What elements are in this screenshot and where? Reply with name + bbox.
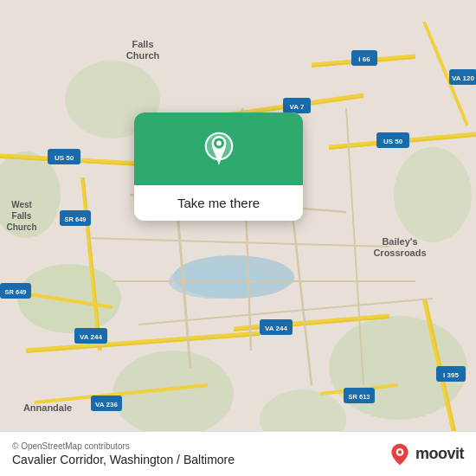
moovit-pin-icon [388, 442, 412, 466]
location-title: Cavalier Corridor, Washington / Baltimor… [12, 453, 235, 466]
location-pin-icon [200, 132, 238, 170]
map-container[interactable]: US 50 US 50 VA 7 I 66 VA 120 SR 649 SR 6… [0, 0, 476, 476]
svg-text:Church: Church [126, 50, 160, 61]
svg-text:I 66: I 66 [358, 55, 370, 63]
svg-text:VA 236: VA 236 [95, 401, 118, 408]
svg-text:SR 649: SR 649 [4, 288, 26, 296]
svg-text:VA 7: VA 7 [290, 103, 305, 111]
moovit-logo[interactable]: moovit [388, 442, 464, 466]
svg-text:Falls: Falls [132, 39, 153, 49]
moovit-text: moovit [415, 445, 464, 463]
svg-text:Falls: Falls [12, 211, 32, 221]
map-svg: US 50 US 50 VA 7 I 66 VA 120 SR 649 SR 6… [0, 0, 476, 476]
svg-text:SR 613: SR 613 [348, 393, 370, 401]
svg-text:VA 244: VA 244 [265, 325, 287, 332]
svg-text:Bailey's: Bailey's [382, 236, 417, 247]
svg-point-76 [398, 450, 402, 453]
bottom-left: © OpenStreetMap contributors Cavalier Co… [12, 441, 235, 466]
svg-text:VA 244: VA 244 [80, 333, 102, 341]
popup-header [134, 113, 303, 185]
popup-card: Take me there [134, 113, 303, 221]
svg-text:I 395: I 395 [443, 371, 459, 379]
svg-point-5 [394, 147, 472, 242]
svg-text:US 50: US 50 [383, 138, 403, 145]
svg-text:Annandale: Annandale [23, 402, 72, 413]
svg-text:Church: Church [7, 222, 37, 232]
svg-point-74 [216, 141, 222, 146]
svg-text:US 50: US 50 [55, 154, 74, 162]
take-me-there-button[interactable]: Take me there [134, 185, 303, 221]
svg-text:SR 649: SR 649 [64, 215, 86, 223]
bottom-bar: © OpenStreetMap contributors Cavalier Co… [0, 431, 476, 476]
svg-text:VA 120: VA 120 [452, 74, 474, 82]
copyright-text: © OpenStreetMap contributors [12, 441, 235, 451]
svg-text:West: West [11, 200, 32, 209]
svg-point-1 [17, 264, 121, 333]
svg-text:Crossroads: Crossroads [373, 248, 426, 258]
